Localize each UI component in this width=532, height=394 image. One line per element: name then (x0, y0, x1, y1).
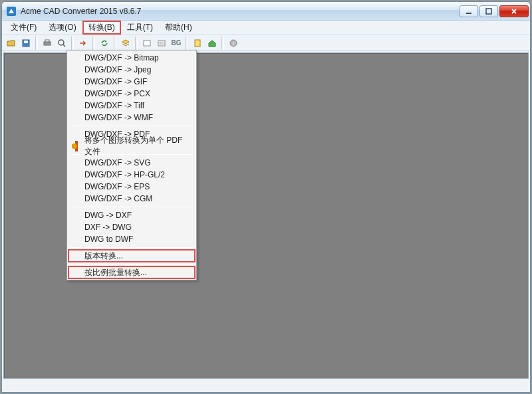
toolbar-separator (71, 37, 74, 50)
toolbar-separator (186, 37, 188, 50)
menu-item-label: 按比例批量转换... (84, 267, 147, 278)
tool-print[interactable] (41, 37, 54, 50)
svg-rect-9 (158, 41, 165, 46)
menu-dwg-cgm[interactable]: DWG/DXF -> CGM (68, 193, 195, 205)
menu-item-label: DWG/DXF -> HP-GL/2 (84, 170, 165, 179)
menu-dwg-bitmap[interactable]: DWG/DXF -> Bitmap (68, 52, 195, 64)
tool-home[interactable] (205, 37, 219, 50)
menu-item-label: DWG/DXF -> Tiff (84, 101, 144, 110)
menu-item-label: DWG -> DXF (84, 211, 132, 220)
menu-item-label: DWG/DXF -> GIF (84, 77, 147, 86)
menu-file-label: 文件(F) (11, 22, 37, 33)
svg-rect-2 (486, 9, 491, 14)
maximize-button[interactable] (479, 5, 498, 17)
menu-batch-scale-convert[interactable]: 按比例批量转换... (68, 266, 195, 278)
menu-multi-pdf[interactable]: 将多个图形转换为单个 PDF 文件 (68, 140, 195, 152)
tool-layers[interactable] (119, 37, 132, 50)
statusbar (3, 379, 529, 391)
menu-dwg-jpeg[interactable]: DWG/DXF -> Jpeg (68, 64, 195, 76)
menu-item-label: DWG/DXF -> PCX (84, 89, 150, 98)
app-icon (6, 6, 17, 17)
tool-info[interactable]: i (227, 37, 240, 50)
menu-dwg-eps[interactable]: DWG/DXF -> EPS (68, 181, 195, 193)
menu-item-label: DWG/DXF -> EPS (84, 182, 150, 191)
tool-preview[interactable] (55, 37, 68, 50)
toolbar-separator (114, 37, 116, 50)
menu-tools-label: 工具(T) (127, 22, 153, 33)
menu-separator (70, 264, 194, 264)
svg-rect-8 (144, 41, 150, 46)
tool-convert[interactable] (76, 37, 90, 50)
toolbar: BG i (2, 35, 530, 51)
svg-rect-10 (195, 40, 200, 47)
menu-item-label: DWG/DXF -> Jpeg (84, 65, 151, 74)
menu-dwg-wmf[interactable]: DWG/DXF -> WMF (68, 112, 195, 124)
menu-item-label: 版本转换... (84, 250, 123, 262)
menu-item-label: DWG/DXF -> Bitmap (84, 53, 159, 62)
svg-point-7 (59, 40, 64, 45)
tool-refresh[interactable] (98, 37, 111, 50)
minimize-button[interactable] (460, 5, 478, 17)
menu-dwg-dxf[interactable]: DWG -> DXF (68, 209, 195, 221)
menu-dxf-dwg[interactable]: DXF -> DWG (68, 221, 195, 233)
application-window: Acme CAD Converter 2015 v8.6.7 文件(F) 选项(… (1, 1, 531, 393)
tool-open[interactable] (5, 37, 18, 50)
tool-view[interactable] (140, 37, 154, 50)
menu-separator (70, 126, 194, 126)
svg-rect-5 (44, 42, 51, 45)
menu-help[interactable]: 帮助(H) (159, 21, 198, 35)
window-controls (460, 5, 529, 17)
toolbar-separator (92, 37, 95, 50)
tool-settings[interactable] (191, 37, 204, 50)
svg-rect-1 (466, 13, 471, 14)
menu-help-label: 帮助(H) (165, 22, 192, 33)
menu-dwg-svg[interactable]: DWG/DXF -> SVG (68, 157, 195, 169)
menu-dwg-dwf[interactable]: DWG to DWF (68, 233, 195, 245)
menu-item-label: 将多个图形转换为单个 PDF 文件 (84, 135, 191, 157)
menu-file[interactable]: 文件(F) (5, 21, 43, 35)
menu-item-label: DWG/DXF -> CGM (84, 194, 152, 203)
menu-dwg-tiff[interactable]: DWG/DXF -> Tiff (68, 100, 195, 112)
svg-rect-4 (24, 41, 28, 43)
workspace: DWG/DXF -> Bitmap DWG/DXF -> Jpeg DWG/DX… (2, 51, 530, 392)
titlebar[interactable]: Acme CAD Converter 2015 v8.6.7 (2, 2, 530, 21)
menu-convert-label: 转换(B) (88, 22, 115, 33)
window-title: Acme CAD Converter 2015 v8.6.7 (21, 7, 460, 16)
menu-options-label: 选项(O) (49, 22, 76, 33)
menu-options[interactable]: 选项(O) (43, 21, 82, 35)
svg-text:i: i (233, 41, 234, 47)
menubar: 文件(F) 选项(O) 转换(B) 工具(T) 帮助(H) (2, 21, 530, 35)
menu-tools[interactable]: 工具(T) (121, 21, 159, 35)
menu-dwg-hpgl[interactable]: DWG/DXF -> HP-GL/2 (68, 169, 195, 181)
menu-convert[interactable]: 转换(B) (82, 21, 121, 35)
tool-grid[interactable] (155, 37, 168, 50)
menu-separator (70, 207, 194, 207)
toolbar-separator (135, 37, 138, 50)
tool-save[interactable] (19, 37, 33, 50)
toolbar-separator (35, 37, 38, 50)
menu-item-label: DWG/DXF -> WMF (84, 113, 153, 122)
menu-dwg-pcx[interactable]: DWG/DXF -> PCX (68, 88, 195, 100)
menu-version-convert[interactable]: 版本转换... (68, 250, 195, 262)
menu-dwg-gif[interactable]: DWG/DXF -> GIF (68, 76, 195, 88)
menu-item-label: DWG/DXF -> SVG (84, 158, 151, 167)
menu-separator (70, 247, 194, 248)
convert-dropdown-menu: DWG/DXF -> Bitmap DWG/DXF -> Jpeg DWG/DX… (66, 50, 197, 280)
svg-rect-6 (45, 40, 49, 42)
toolbar-separator (221, 37, 224, 50)
menu-item-label: DXF -> DWG (84, 223, 132, 232)
tool-bg[interactable]: BG (170, 37, 183, 50)
menu-item-label: DWG to DWF (84, 235, 133, 244)
close-button[interactable] (499, 5, 529, 17)
